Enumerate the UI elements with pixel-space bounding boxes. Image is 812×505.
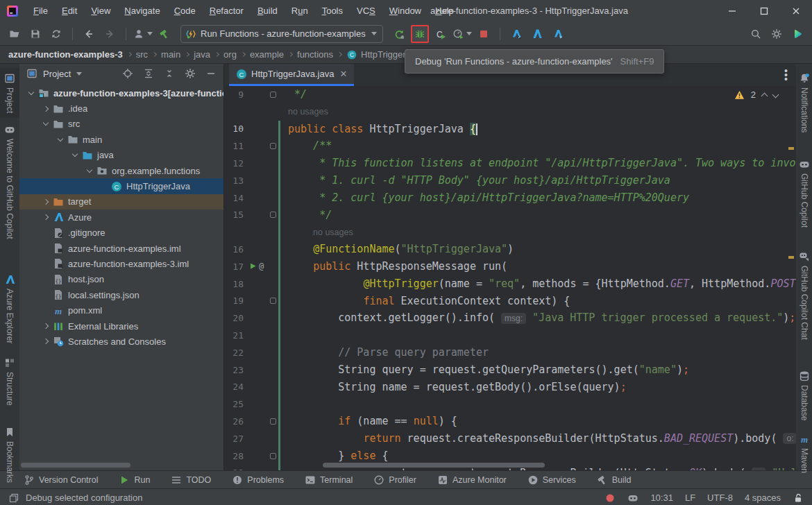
tree-chevron-icon[interactable] (54, 139, 66, 141)
settings-button[interactable] (768, 25, 786, 43)
breadcrumb-item[interactable]: java (194, 49, 210, 60)
annotation-gutter-icon[interactable]: @ (259, 262, 264, 271)
inspections-widget[interactable]: 2 (734, 89, 778, 100)
build-button[interactable] (155, 25, 174, 43)
menu-build[interactable]: Build (251, 0, 285, 22)
project-view-dropdown[interactable] (76, 72, 82, 76)
code-line-25[interactable]: 25 (224, 395, 796, 413)
fold-marker-icon[interactable] (270, 298, 276, 304)
code-line-22[interactable]: 22 // Parse query parameter (224, 344, 796, 361)
code-line-12[interactable]: 12 * This function listens at endpoint "… (224, 155, 796, 172)
tool-stripe-github-copilot[interactable]: GitHub Copilot (796, 154, 812, 232)
collapse-all-button[interactable] (161, 65, 178, 82)
code-line-24[interactable]: 24 String name = request.getBody().orEls… (224, 379, 796, 396)
copilot-status-icon[interactable] (627, 493, 638, 504)
back-button[interactable] (80, 25, 98, 43)
code-line-9[interactable]: 9 */ (224, 86, 796, 103)
user-button[interactable] (133, 25, 153, 43)
tree-item-host-json[interactable]: {}host.json (19, 272, 223, 287)
run-button[interactable] (390, 25, 408, 43)
breadcrumb-item[interactable]: example (250, 49, 284, 60)
tree-item-java[interactable]: java (19, 148, 223, 163)
tool-stripe-notifications[interactable]: Notifications (796, 68, 812, 137)
usages-hint[interactable]: no usages (284, 107, 328, 117)
azure-action-1-button[interactable] (507, 25, 525, 43)
toolwindow-version-control[interactable]: Version Control (24, 474, 98, 486)
profiler-button[interactable] (452, 25, 472, 43)
fold-marker-icon[interactable] (270, 92, 276, 98)
code-line-11[interactable]: 11 /** (224, 137, 796, 155)
tool-stripe-project[interactable]: Project (0, 68, 19, 118)
menu-tools[interactable]: Tools (315, 0, 350, 22)
menu-view[interactable]: View (84, 0, 117, 22)
toolwindow-services[interactable]: Services (527, 474, 576, 486)
breadcrumb-item[interactable]: org (223, 49, 237, 60)
tree-item--gitignore[interactable]: .gitignore (19, 225, 223, 241)
run-configuration-select[interactable]: Run Functions - azure-function-examples (180, 25, 383, 43)
forward-button[interactable] (101, 25, 119, 43)
scrollbar-warning-mark[interactable] (788, 147, 794, 150)
tree-item-azure-function-examples-3-iml[interactable]: azure-function-examples-3.iml (19, 256, 223, 271)
fold-marker-icon[interactable] (270, 212, 276, 218)
breadcrumb-item[interactable]: src (136, 49, 148, 60)
tree-chevron-icon[interactable] (69, 154, 81, 156)
code-line-28[interactable]: 28 } else { (224, 447, 796, 465)
menu-code[interactable]: Code (167, 0, 203, 22)
fold-marker-icon[interactable] (270, 143, 276, 149)
menu-vcs[interactable]: VCS (350, 0, 382, 22)
code-line-13[interactable]: 13 * 1. curl -d "HTTP Body" {your host}/… (224, 172, 796, 189)
toolwindow-problems[interactable]: Problems (232, 474, 284, 486)
tab-httptriggerjava[interactable]: C HttpTriggerJava.java ✕ (229, 64, 354, 86)
line-separator[interactable]: LF (685, 493, 695, 503)
save-button[interactable] (26, 25, 44, 43)
hide-panel-button[interactable] (203, 65, 219, 82)
editor-options-kebab-icon[interactable]: ••• (784, 69, 788, 81)
breadcrumb-item[interactable]: functions (297, 49, 333, 60)
tree-item-azure-function-examples-3[interactable]: azure-function-examples-3 [azure-functio (19, 85, 223, 101)
tree-chevron-icon[interactable] (40, 339, 51, 343)
tree-chevron-icon[interactable] (40, 107, 51, 111)
close-button[interactable] (780, 0, 812, 22)
tree-item-target[interactable]: target (19, 194, 223, 209)
next-warning-icon[interactable] (772, 92, 779, 99)
tree-chevron-icon[interactable] (40, 215, 51, 219)
menu-file[interactable]: File (26, 0, 55, 22)
toolwindow-azure-monitor[interactable]: Azure Monitor (437, 474, 507, 486)
plugin-button[interactable] (788, 25, 806, 43)
menu-run[interactable]: Run (285, 0, 315, 22)
azure-action-3-button[interactable] (549, 25, 567, 43)
tool-stripe-azure-explorer[interactable]: Azure Explorer (0, 269, 19, 348)
scrollbar-warning-mark[interactable] (788, 256, 794, 259)
minimize-button[interactable] (716, 0, 748, 22)
debug-button[interactable] (411, 25, 429, 43)
tree-item-httptriggerjava[interactable]: CHttpTriggerJava (19, 178, 223, 194)
usages-hint[interactable]: no usages (284, 228, 353, 237)
indent-setting[interactable]: 4 spaces (745, 493, 781, 503)
tool-window-switcher-icon[interactable] (8, 493, 19, 504)
tree-item-scratches-and-consoles[interactable]: Scratches and Consoles (19, 334, 223, 349)
tool-stripe-welcome-to-github-copilot[interactable]: Welcome to GitHub Copilot (0, 119, 19, 244)
tree-chevron-icon[interactable] (40, 324, 51, 328)
fold-marker-icon[interactable] (270, 453, 276, 459)
cursor-position[interactable]: 10:31 (650, 493, 673, 503)
azure-action-2-button[interactable] (528, 25, 546, 43)
menu-edit[interactable]: Edit (55, 0, 84, 22)
tree-item-src[interactable]: src (19, 117, 223, 132)
tool-stripe-github-copilot-chat[interactable]: GitHub Copilot Chat (796, 246, 812, 345)
tree-item-main[interactable]: main (19, 132, 223, 147)
tree-chevron-icon[interactable] (40, 200, 51, 204)
tree-item--idea[interactable]: .idea (19, 101, 223, 116)
recording-dot-icon[interactable] (604, 493, 616, 504)
toolwindow-todo[interactable]: TODO (171, 474, 211, 486)
coverage-button[interactable]: C (432, 25, 450, 43)
editor-horizontal-scrollbar[interactable] (323, 463, 545, 468)
prev-warning-icon[interactable] (761, 93, 768, 100)
run-line-icon[interactable] (249, 260, 257, 273)
stop-button[interactable] (475, 25, 493, 43)
locate-file-button[interactable] (119, 65, 136, 82)
maximize-button[interactable] (748, 0, 780, 22)
code-line-21[interactable]: 21 (224, 327, 796, 344)
code-line-23[interactable]: 23 String query = request.getQueryParame… (224, 361, 796, 379)
tab-close-icon[interactable]: ✕ (339, 69, 347, 79)
tree-chevron-icon[interactable] (40, 123, 51, 125)
